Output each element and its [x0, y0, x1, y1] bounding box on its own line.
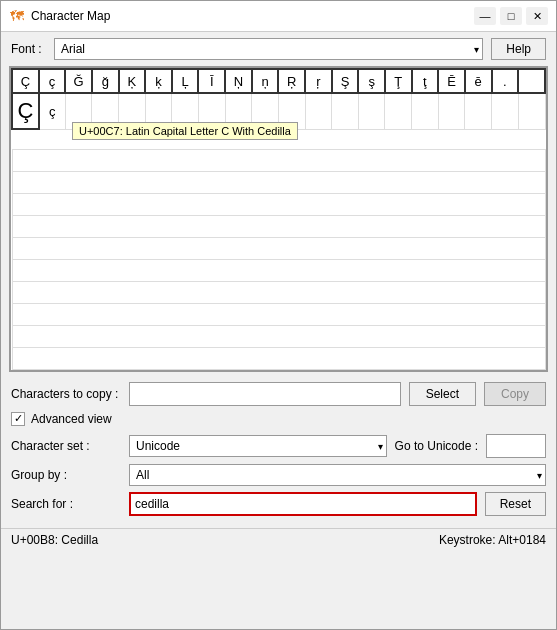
main-window: 🗺 Character Map — □ ✕ Font : Arial ▾ Hel… — [0, 0, 557, 630]
char-row-3: U+00C7: Latin Capital Letter C With Cedi… — [12, 129, 545, 149]
char-row-6 — [12, 193, 545, 215]
char-cell-c-cedilla-lower[interactable]: ç — [39, 69, 66, 93]
char-cell-g-breve-lower[interactable]: ğ — [92, 69, 119, 93]
char-cell-empty-r2-14[interactable] — [412, 93, 439, 129]
char-row-13 — [12, 347, 545, 369]
char-cell-k-cedilla-lower[interactable]: ķ — [145, 69, 172, 93]
char-cell-C-cedilla-upper[interactable]: Ç — [12, 69, 39, 93]
character-set-label: Character set : — [11, 439, 121, 453]
font-select[interactable]: Arial — [54, 38, 483, 60]
char-cell-empty-r2-12[interactable] — [358, 93, 385, 129]
bottom-section: Characters to copy : Select Copy ✓ Advan… — [1, 376, 556, 528]
reset-button[interactable]: Reset — [485, 492, 546, 516]
char-cell-e-macron-lower[interactable]: ē — [465, 69, 492, 93]
character-set-select-wrapper: Unicode ▾ — [129, 435, 387, 457]
char-row-12 — [12, 325, 545, 347]
char-cell-c-cedilla-r2[interactable]: ç — [39, 93, 66, 129]
char-cell-s-cedilla-lower[interactable]: ş — [358, 69, 385, 93]
advanced-view-label: Advanced view — [31, 412, 112, 426]
search-for-label: Search for : — [11, 497, 121, 511]
char-row-7 — [12, 215, 545, 237]
char-cell-r-cedilla-lower[interactable]: ŗ — [305, 69, 332, 93]
copy-button[interactable]: Copy — [484, 382, 546, 406]
advanced-view-checkbox[interactable]: ✓ — [11, 412, 25, 426]
tooltip: U+00C7: Latin Capital Letter C With Cedi… — [72, 122, 298, 140]
char-cell-C-cedilla-large[interactable]: Ç — [12, 93, 39, 129]
char-row-4 — [12, 149, 545, 171]
copy-row: Characters to copy : Select Copy — [11, 382, 546, 406]
char-cell-N-cedilla-upper[interactable]: Ņ — [225, 69, 252, 93]
char-grid-container: Ç ç Ğ ğ Ķ ķ Ļ Ī Ņ ņ Ŗ ŗ Ş ş Ţ ţ Ē — [9, 66, 548, 372]
char-cell-E-macron-upper[interactable]: Ē — [438, 69, 465, 93]
char-cell-empty-r2-10[interactable] — [305, 93, 332, 129]
group-by-row: Group by : All ▾ — [11, 464, 546, 486]
char-row-10 — [12, 281, 545, 303]
char-cell-empty-1[interactable] — [518, 69, 545, 93]
char-cell-period[interactable]: . — [492, 69, 519, 93]
char-cell-n-cedilla-lower[interactable]: ņ — [252, 69, 279, 93]
status-right: Keystroke: Alt+0184 — [439, 533, 546, 547]
char-cell-t-cedilla-lower[interactable]: ţ — [412, 69, 439, 93]
char-cell-S-cedilla-upper[interactable]: Ş — [332, 69, 359, 93]
group-by-label: Group by : — [11, 468, 121, 482]
char-cell-L-cedilla-upper[interactable]: Ļ — [172, 69, 199, 93]
help-button[interactable]: Help — [491, 38, 546, 60]
advanced-view-row: ✓ Advanced view — [11, 412, 546, 426]
font-row: Font : Arial ▾ Help — [1, 32, 556, 66]
select-button[interactable]: Select — [409, 382, 476, 406]
goto-unicode-label: Go to Unicode : — [395, 439, 478, 453]
char-cell-empty-r2-16[interactable] — [465, 93, 492, 129]
char-row-11 — [12, 303, 545, 325]
char-cell-empty-r2-18[interactable] — [518, 93, 545, 129]
search-for-row: Search for : Reset — [11, 492, 546, 516]
char-cell-K-cedilla-upper[interactable]: Ķ — [119, 69, 146, 93]
search-for-input[interactable] — [129, 492, 477, 516]
status-bar: U+00B8: Cedilla Keystroke: Alt+0184 — [1, 528, 556, 551]
character-set-row: Character set : Unicode ▾ Go to Unicode … — [11, 434, 546, 458]
char-cell-I-macron-upper[interactable]: Ī — [198, 69, 225, 93]
char-row-1: Ç ç Ğ ğ Ķ ķ Ļ Ī Ņ ņ Ŗ ŗ Ş ş Ţ ţ Ē — [12, 69, 545, 93]
title-bar: 🗺 Character Map — □ ✕ — [1, 1, 556, 32]
char-cell-empty-r2-15[interactable] — [438, 93, 465, 129]
char-cell-R-cedilla-upper[interactable]: Ŗ — [278, 69, 305, 93]
char-row-8 — [12, 237, 545, 259]
characters-to-copy-input[interactable] — [129, 382, 401, 406]
window-controls: — □ ✕ — [474, 7, 548, 25]
char-cell-empty-r2-13[interactable] — [385, 93, 412, 129]
char-cell-T-cedilla-upper[interactable]: Ţ — [385, 69, 412, 93]
characters-to-copy-label: Characters to copy : — [11, 387, 121, 401]
char-cell-empty-r2-17[interactable] — [492, 93, 519, 129]
char-cell-G-breve-upper[interactable]: Ğ — [65, 69, 92, 93]
char-table: Ç ç Ğ ğ Ķ ķ Ļ Ī Ņ ņ Ŗ ŗ Ş ş Ţ ţ Ē — [11, 68, 546, 370]
window-title: Character Map — [31, 9, 474, 23]
group-by-select[interactable]: All — [129, 464, 546, 486]
char-row-5 — [12, 171, 545, 193]
char-row-9 — [12, 259, 545, 281]
close-button[interactable]: ✕ — [526, 7, 548, 25]
group-by-select-wrapper: All ▾ — [129, 464, 546, 486]
character-set-select[interactable]: Unicode — [129, 435, 387, 457]
status-left: U+00B8: Cedilla — [11, 533, 98, 547]
goto-unicode-input[interactable] — [486, 434, 546, 458]
maximize-button[interactable]: □ — [500, 7, 522, 25]
char-cell-empty-r2-11[interactable] — [332, 93, 359, 129]
font-selector-wrapper: Arial ▾ — [54, 38, 483, 60]
font-label: Font : — [11, 42, 46, 56]
app-icon: 🗺 — [9, 8, 25, 24]
minimize-button[interactable]: — — [474, 7, 496, 25]
